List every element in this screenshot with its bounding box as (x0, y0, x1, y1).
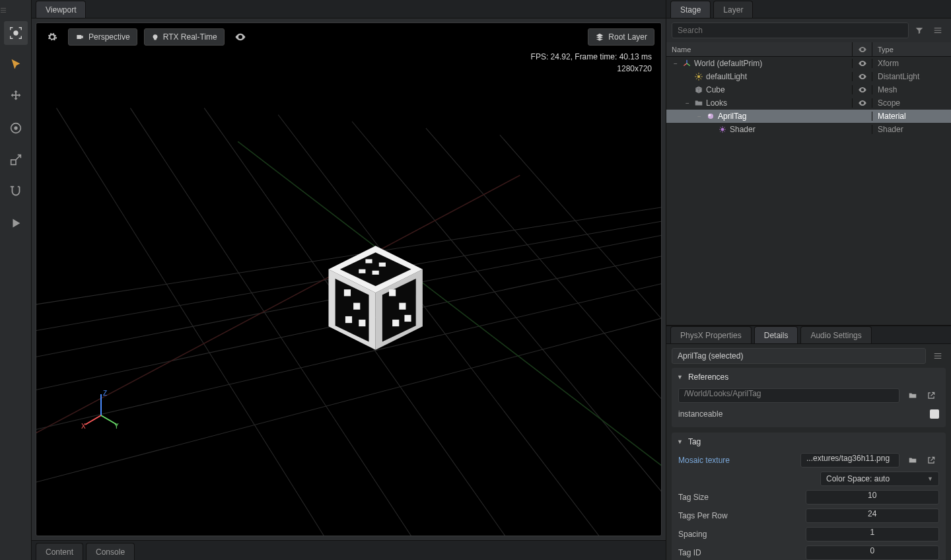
stage-menu-icon[interactable] (930, 22, 946, 38)
tree-label: Cube (706, 85, 725, 94)
stage-search-input[interactable] (672, 22, 909, 38)
svg-text:Z: Z (103, 390, 107, 397)
tab-audio[interactable]: Audio Settings (800, 326, 871, 343)
colorspace-dropdown[interactable]: Color Space: auto▼ (820, 472, 939, 486)
selection-field: AprilTag (selected) (672, 348, 926, 364)
tree-label: World (defaultPrim) (694, 59, 762, 68)
tree-type: DistantLight (872, 72, 951, 81)
filter-icon[interactable] (911, 22, 927, 38)
tab-content[interactable]: Content (36, 543, 83, 560)
camera-dropdown[interactable]: Perspective (68, 28, 137, 46)
svg-rect-34 (379, 263, 386, 267)
drag-handle-icon[interactable] (0, 0, 7, 20)
tool-move[interactable] (4, 85, 28, 108)
tree-label: Looks (706, 98, 727, 108)
tab-console[interactable]: Console (86, 543, 135, 560)
tree-header-type: Type (872, 42, 951, 56)
svg-line-44 (684, 63, 687, 66)
svg-text:X: X (81, 423, 86, 430)
instanceable-checkbox[interactable] (930, 409, 939, 419)
tree-row-apriltag[interactable]: −AprilTagMaterial (666, 110, 951, 123)
visibility-icon[interactable] (852, 85, 872, 94)
tree-label: AprilTag (718, 112, 746, 121)
tree-row-looks[interactable]: −LooksScope (666, 96, 951, 110)
viewport-settings-button[interactable] (43, 28, 61, 46)
tool-pointer[interactable] (4, 53, 28, 77)
tree-row-shader[interactable]: ShaderShader (666, 123, 951, 136)
visibility-icon[interactable] (852, 98, 872, 108)
svg-rect-26 (353, 303, 360, 310)
svg-rect-33 (365, 259, 372, 263)
tool-select-framed[interactable] (4, 21, 28, 45)
svg-line-45 (687, 63, 690, 66)
visibility-icon[interactable] (852, 72, 872, 81)
svg-rect-3 (11, 160, 15, 164)
tab-viewport[interactable]: Viewport (36, 1, 86, 18)
svg-point-49 (721, 128, 724, 131)
tags-per-row-input[interactable]: 24 (806, 508, 940, 523)
svg-rect-30 (399, 303, 405, 310)
folder-icon[interactable] (905, 452, 921, 468)
cube-geometry (328, 246, 422, 350)
tree-type: Mesh (872, 85, 951, 94)
spacing-input[interactable]: 1 (806, 527, 940, 542)
tab-layer[interactable]: Layer (713, 1, 753, 18)
light-icon (694, 72, 703, 81)
tree-header-visibility-icon (852, 42, 872, 56)
tag-header[interactable]: ▼Tag (672, 433, 946, 451)
svg-rect-31 (392, 320, 399, 326)
tree-label: Shader (730, 125, 756, 134)
mosaic-value[interactable]: ...extures/tag36h11.png (800, 453, 899, 468)
visibility-icon[interactable] (852, 59, 872, 68)
bottom-tab-bar: Content Console (32, 540, 666, 560)
references-section: ▼References /World/Looks/AprilTag instan… (672, 368, 946, 427)
axis-gizmo[interactable]: Z X Y (81, 390, 121, 430)
svg-rect-46 (697, 75, 700, 78)
render-mode-dropdown[interactable]: RTX Real-Time (144, 28, 225, 46)
tag-size-input[interactable]: 10 (806, 490, 940, 505)
tree-row-world-defaultprim-[interactable]: −World (defaultPrim)Xform (666, 57, 951, 70)
folder-icon[interactable] (905, 388, 921, 403)
material-icon (706, 112, 715, 121)
folder-icon (694, 98, 703, 108)
svg-line-18 (238, 141, 661, 491)
expander-icon[interactable]: − (684, 100, 691, 107)
viewport-tab-bar: Viewport (32, 0, 666, 18)
viewport[interactable]: Z X Y Perspective RTX Real-Time (36, 22, 662, 536)
tool-rotate[interactable] (4, 116, 28, 140)
tool-scale[interactable] (4, 148, 28, 172)
tab-details[interactable]: Details (754, 326, 798, 343)
svg-point-48 (709, 114, 711, 117)
stage-tree[interactable]: −World (defaultPrim)XformdefaultLightDis… (666, 57, 951, 325)
details-menu-icon[interactable] (930, 348, 946, 364)
tree-label: defaultLight (706, 72, 747, 81)
viewport-stats: FPS: 24.92, Frame time: 40.13 ms 1280x72… (531, 51, 652, 75)
tree-type: Scope (872, 98, 951, 108)
tree-row-cube[interactable]: CubeMesh (666, 83, 951, 96)
tab-stage[interactable]: Stage (670, 1, 711, 18)
tool-snap[interactable] (4, 180, 28, 203)
references-header[interactable]: ▼References (672, 368, 946, 386)
svg-line-16 (500, 135, 661, 357)
open-external-icon[interactable] (923, 452, 939, 468)
tree-type: Xform (872, 59, 951, 68)
svg-rect-27 (345, 316, 352, 323)
axes-icon (682, 59, 691, 68)
root-layer-chip[interactable]: Root Layer (588, 28, 654, 46)
expander-icon[interactable]: − (672, 60, 680, 67)
cube-icon (694, 85, 703, 94)
tab-physx[interactable]: PhysX Properties (670, 326, 752, 343)
expander-icon[interactable]: − (695, 113, 703, 120)
svg-line-9 (36, 310, 661, 491)
svg-line-10 (57, 108, 326, 536)
tree-row-defaultlight[interactable]: defaultLightDistantLight (666, 70, 951, 83)
visibility-toggle[interactable] (231, 28, 250, 46)
tool-play[interactable] (4, 211, 28, 235)
spacing-label: Spacing (678, 530, 800, 539)
mosaic-label[interactable]: Mosaic texture (678, 456, 795, 465)
svg-line-38 (85, 415, 101, 425)
tag-id-input[interactable]: 0 (806, 545, 940, 560)
tree-type: Shader (872, 125, 951, 134)
open-external-icon[interactable] (923, 388, 939, 403)
reference-path: /World/Looks/AprilTag (678, 388, 899, 403)
